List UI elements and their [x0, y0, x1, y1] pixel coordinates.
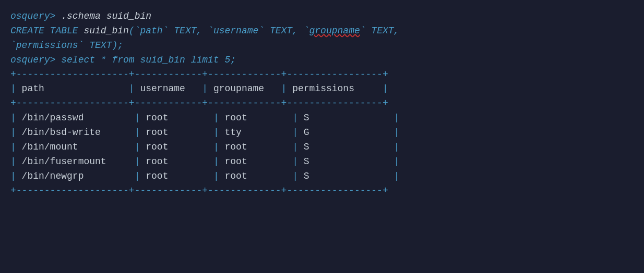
prompt-1: osquery> [10, 11, 55, 21]
separator-top: +--------------------+------------+-----… [10, 68, 634, 82]
terminal-window: osquery> .schema suid_bin CREATE TABLE s… [10, 9, 634, 198]
table-row: | /bin/newgrp | root | root | S | [10, 169, 634, 184]
table-row: | /bin/fusermount | root | root | S | [10, 155, 634, 169]
pipe-h5: | [383, 83, 388, 94]
col-groupname: groupname [213, 83, 281, 94]
pipe-h1: | [10, 83, 22, 94]
create-table-line: CREATE TABLE suid_bin(`path` TEXT, `user… [10, 24, 634, 39]
separator-line-top: +--------------------+------------+-----… [10, 69, 388, 80]
pipe-h3: | [202, 83, 213, 94]
col-permissions: permissions [292, 83, 383, 94]
create-keyword: CREATE TABLE [10, 26, 84, 36]
command-line-1: osquery> .schema suid_bin [10, 9, 634, 24]
pipe-h4: | [281, 83, 293, 94]
table-row: | /bin/mount | root | root | S | [10, 140, 634, 155]
permissions-line: `permissions` TEXT); [10, 39, 634, 53]
pipe-h2: | [129, 83, 140, 94]
schema-definition: (`path` TEXT, `username` TEXT, `groupnam… [129, 26, 400, 36]
table-row: | /bin/bsd-write | root | tty | G | [10, 126, 634, 140]
separator-bottom: +--------------------+------------+-----… [10, 184, 634, 198]
separator-line-header: +--------------------+------------+-----… [10, 98, 388, 108]
select-command: select * from suid_bin limit 5; [55, 55, 236, 65]
col-username: username [140, 83, 202, 94]
table-row: | /bin/passwd | root | root | S | [10, 111, 634, 126]
separator-header: +--------------------+------------+-----… [10, 96, 634, 111]
command-line-2: osquery> select * from suid_bin limit 5; [10, 53, 634, 68]
table-header-row: | path | username | groupname | permissi… [10, 82, 634, 96]
table-name: suid_bin [84, 26, 128, 36]
permissions-definition: `permissions` TEXT); [10, 40, 123, 51]
prompt-2: osquery> [10, 55, 55, 65]
col-path: path [22, 83, 129, 94]
separator-line-bottom: +--------------------+------------+-----… [10, 185, 388, 196]
schema-command: .schema suid_bin [55, 11, 151, 21]
